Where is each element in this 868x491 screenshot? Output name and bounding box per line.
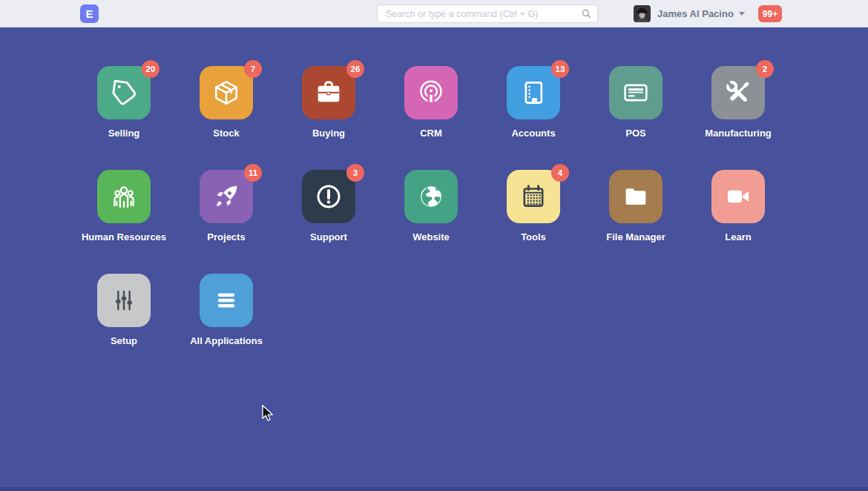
app-grid: 20Selling7Stock26BuyingCRM13AccountsPOS2… bbox=[73, 27, 789, 378]
topbar: E James Al Pacino 99+ bbox=[0, 0, 868, 27]
buying-tile[interactable]: 26 bbox=[302, 66, 355, 119]
menu-icon bbox=[211, 286, 241, 315]
app-shortcut-manufacturing[interactable]: 2Manufacturing bbox=[687, 66, 789, 170]
notification-badge: 7 bbox=[244, 60, 262, 78]
projects-tile[interactable]: 11 bbox=[200, 170, 253, 223]
app-shortcut-website[interactable]: Website bbox=[380, 170, 482, 274]
app-shortcut-tools[interactable]: 4Tools bbox=[482, 170, 585, 274]
app-shortcut-pos[interactable]: POS bbox=[585, 66, 687, 170]
tools-tile[interactable]: 4 bbox=[507, 170, 560, 223]
broadcast-icon bbox=[416, 78, 446, 108]
app-shortcut-selling[interactable]: 20Selling bbox=[73, 66, 175, 170]
app-shortcut-label: Stock bbox=[213, 128, 239, 139]
human-resources-tile[interactable] bbox=[97, 170, 151, 223]
app-shortcut-file-manager[interactable]: File Manager bbox=[585, 170, 687, 274]
people-icon bbox=[109, 182, 139, 211]
app-shortcut-setup[interactable]: Setup bbox=[73, 274, 175, 378]
app-shortcut-all-applications[interactable]: All Applications bbox=[175, 274, 277, 378]
app-shortcut-label: Manufacturing bbox=[705, 128, 772, 139]
notification-badge: 2 bbox=[756, 60, 774, 78]
app-shortcut-label: Buying bbox=[312, 128, 345, 139]
app-shortcut-support[interactable]: 3Support bbox=[277, 170, 380, 274]
app-shortcut-label: CRM bbox=[420, 128, 442, 139]
app-shortcut-stock[interactable]: 7Stock bbox=[175, 66, 277, 170]
app-shortcut-label: Tools bbox=[521, 231, 546, 243]
ledger-icon bbox=[519, 78, 548, 108]
credit-card-icon bbox=[621, 78, 651, 108]
app-shortcut-learn[interactable]: Learn bbox=[687, 170, 789, 274]
user-avatar bbox=[634, 5, 651, 22]
sliders-icon bbox=[109, 286, 139, 315]
chevron-down-icon bbox=[739, 12, 745, 16]
rocket-icon bbox=[211, 182, 241, 211]
learn-tile[interactable] bbox=[711, 170, 765, 223]
wrench-screwdriver-icon bbox=[723, 78, 753, 108]
tag-icon bbox=[109, 78, 139, 108]
global-search bbox=[377, 4, 598, 23]
app-shortcut-label: All Applications bbox=[190, 335, 263, 346]
user-menu[interactable]: James Al Pacino bbox=[634, 0, 745, 27]
app-shortcut-label: Projects bbox=[207, 231, 245, 243]
app-shortcut-crm[interactable]: CRM bbox=[380, 66, 482, 170]
notification-badge: 13 bbox=[551, 60, 569, 78]
global-search-input[interactable] bbox=[377, 4, 598, 23]
accounts-tile[interactable]: 13 bbox=[507, 66, 560, 119]
pos-tile[interactable] bbox=[609, 66, 662, 119]
notification-badge: 4 bbox=[551, 164, 569, 182]
globe-icon bbox=[416, 182, 446, 211]
app-shortcut-projects[interactable]: 11Projects bbox=[175, 170, 277, 274]
exclamation-circle-icon bbox=[314, 182, 343, 211]
notifications-badge[interactable]: 99+ bbox=[758, 5, 782, 22]
bottom-edge bbox=[0, 487, 868, 491]
briefcase-icon bbox=[314, 78, 343, 108]
box-icon bbox=[211, 78, 241, 108]
support-tile[interactable]: 3 bbox=[302, 170, 355, 223]
mouse-cursor bbox=[261, 404, 274, 424]
app-shortcut-accounts[interactable]: 13Accounts bbox=[482, 66, 585, 170]
notification-badge: 11 bbox=[244, 164, 262, 182]
app-shortcut-label: File Manager bbox=[606, 231, 665, 243]
app-shortcut-label: Support bbox=[310, 231, 347, 243]
video-camera-icon bbox=[723, 182, 753, 211]
selling-tile[interactable]: 20 bbox=[97, 66, 151, 119]
website-tile[interactable] bbox=[404, 170, 458, 223]
setup-tile[interactable] bbox=[97, 274, 151, 327]
app-logo[interactable]: E bbox=[80, 4, 99, 23]
app-shortcut-human-resources[interactable]: Human Resources bbox=[73, 170, 175, 274]
notification-badge: 3 bbox=[346, 164, 364, 182]
app-shortcut-label: Setup bbox=[111, 335, 137, 346]
user-name: James Al Pacino bbox=[657, 8, 734, 19]
crm-tile[interactable] bbox=[404, 66, 458, 119]
app-shortcut-label: Selling bbox=[108, 128, 140, 139]
folder-icon bbox=[621, 182, 651, 211]
app-shortcut-label: POS bbox=[625, 128, 645, 139]
all-applications-tile[interactable] bbox=[200, 274, 253, 327]
manufacturing-tile[interactable]: 2 bbox=[711, 66, 765, 119]
search-icon bbox=[580, 7, 593, 20]
calendar-icon bbox=[519, 182, 548, 211]
file-manager-tile[interactable] bbox=[609, 170, 662, 223]
notification-badge: 20 bbox=[142, 60, 160, 78]
notification-badge: 26 bbox=[346, 60, 364, 78]
app-shortcut-label: Learn bbox=[725, 231, 751, 243]
app-shortcut-label: Accounts bbox=[511, 128, 555, 139]
stock-tile[interactable]: 7 bbox=[200, 66, 253, 119]
app-shortcut-label: Website bbox=[412, 231, 450, 243]
app-shortcut-label: Human Resources bbox=[82, 231, 166, 243]
app-shortcut-buying[interactable]: 26Buying bbox=[277, 66, 380, 170]
